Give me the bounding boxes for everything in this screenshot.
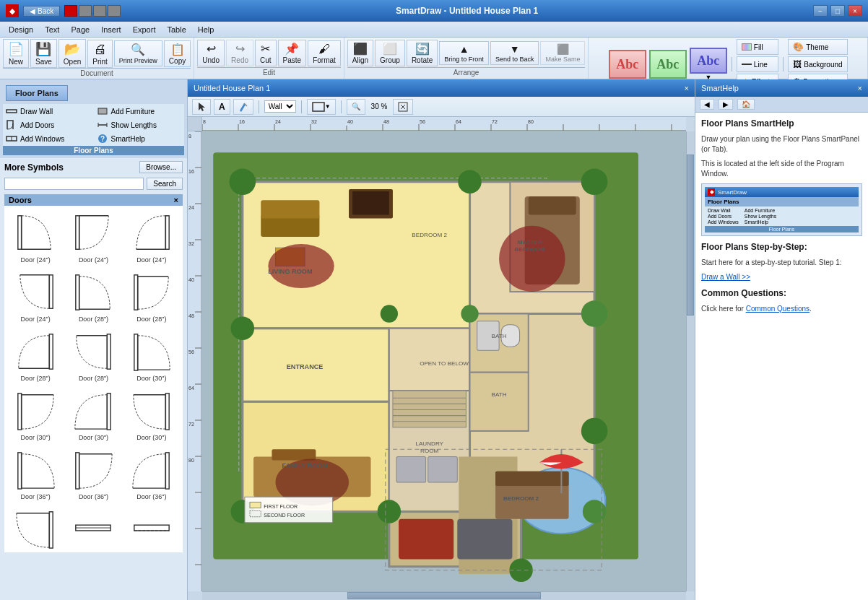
save-button[interactable]: 💾 Save (30, 39, 57, 68)
paint-tool-button[interactable] (233, 99, 253, 115)
floor-plans-tab[interactable]: Floor Plans (6, 85, 68, 101)
search-button[interactable]: Search (147, 178, 183, 190)
smarthelp-tool[interactable]: ? SmartHelp (97, 133, 182, 144)
wall-selector[interactable]: Wall (264, 100, 296, 113)
search-input[interactable] (4, 178, 144, 190)
show-lengths-tool[interactable]: Show Lengths (97, 119, 182, 131)
common-questions-link[interactable]: Common Questions (746, 305, 810, 313)
menu-design[interactable]: Design (3, 24, 39, 35)
menu-text[interactable]: Text (39, 24, 65, 35)
format-button[interactable]: 🖌 Format (308, 40, 341, 66)
group-button[interactable]: ⬜ Group (375, 40, 405, 66)
common-questions-text: Click here for Common Questions. (701, 304, 862, 314)
print-preview-button[interactable]: 🔍 Print Preview (114, 40, 162, 66)
fit-page-button[interactable] (393, 99, 413, 115)
make-same-button[interactable]: ⬛ Make Same (540, 41, 585, 65)
line-button[interactable]: Line (737, 56, 778, 72)
print-button[interactable]: 🖨 Print (87, 40, 113, 68)
symbol-label: Door (24") (21, 256, 51, 264)
shape-selector[interactable]: ▼ (307, 99, 336, 115)
style-3-button[interactable]: Abc (690, 48, 727, 74)
text-tool-button[interactable]: A (214, 99, 230, 115)
list-item[interactable]: Door (36") (65, 445, 121, 503)
draw-wall-tool[interactable]: Draw Wall (6, 105, 91, 117)
bring-to-front-button[interactable]: ▲ Bring to Front (439, 41, 489, 65)
svg-text:LIVING ROOM: LIVING ROOM (268, 268, 312, 275)
align-button[interactable]: ⬛ Align (347, 40, 373, 66)
cut-button[interactable]: ✂ Cut (255, 40, 277, 66)
list-item[interactable]: Door (28") (65, 268, 121, 326)
list-item[interactable]: 48" Wall Open... (123, 505, 180, 552)
smarthelp-back-button[interactable]: ◀ (700, 99, 714, 110)
open-button[interactable]: 📂 Open (58, 39, 86, 68)
app-logo: ◆ (6, 4, 19, 17)
maximize-button[interactable]: □ (830, 5, 845, 17)
pointer-tool-button[interactable] (192, 99, 211, 115)
list-item[interactable]: 48" Wall Open... (65, 505, 121, 552)
list-item[interactable]: Door (30") (123, 386, 180, 444)
scrollbar-vertical[interactable] (686, 131, 695, 591)
undo-button[interactable]: ↩ Undo (197, 40, 225, 66)
add-doors-tool[interactable]: Add Doors (6, 119, 91, 131)
close-button[interactable]: × (848, 5, 862, 17)
add-furniture-tool[interactable]: Add Furniture (97, 105, 182, 117)
print-icon: 🖨 (94, 42, 107, 57)
style-2-button[interactable]: Abc (649, 50, 687, 79)
list-item[interactable]: Door (28") (123, 268, 180, 326)
smarthelp-home-button[interactable]: 🏠 (737, 99, 755, 110)
svg-text:24: 24 (188, 205, 194, 210)
smarthelp-close-icon[interactable]: × (858, 84, 862, 92)
list-item[interactable]: Door (28") (65, 327, 121, 385)
list-item[interactable]: Door (28") (7, 327, 64, 385)
list-item[interactable]: Door (30") (123, 327, 180, 385)
browse-button[interactable]: Browse... (139, 161, 183, 173)
add-windows-tool[interactable]: Add Windows (6, 133, 91, 144)
rotate-button[interactable]: 🔄 Rotate (407, 40, 438, 66)
redo-button[interactable]: ↪ Redo (226, 40, 253, 66)
fill-button[interactable]: Fill (737, 39, 778, 55)
svg-rect-17 (134, 334, 138, 370)
category-close-icon[interactable]: × (174, 196, 178, 204)
menu-page[interactable]: Page (65, 24, 95, 35)
menu-insert[interactable]: Insert (95, 24, 127, 35)
style-1-button[interactable]: Abc (609, 50, 646, 79)
zoom-out-button[interactable]: 🔍 (347, 99, 365, 115)
list-item[interactable]: Door (24") (65, 209, 121, 266)
list-item[interactable]: Door (24") (123, 209, 180, 266)
svg-text:24: 24 (275, 119, 281, 124)
icon3 (93, 5, 106, 17)
menu-table[interactable]: Table (161, 24, 191, 35)
symbol-label: Door (30") (79, 434, 108, 441)
scrollbar-v-thumb[interactable] (687, 155, 694, 316)
floor-plan-canvas[interactable]: FIRST FLOOR SECOND FLOOR LIVING ROOM ENT… (202, 131, 686, 591)
canvas-close-icon[interactable]: × (685, 84, 689, 92)
toolbar-icons (64, 5, 121, 17)
list-item[interactable]: Door (30") (7, 386, 64, 444)
list-item[interactable]: Door (24") (7, 268, 64, 326)
list-item[interactable]: Door (36") (7, 505, 64, 552)
paste-button[interactable]: 📌 Paste (278, 40, 307, 66)
list-item[interactable]: Door (24") (7, 209, 64, 266)
list-item[interactable]: Door (30") (65, 386, 121, 444)
symbols-header: More Symbols Browse... (4, 161, 183, 173)
scrollbar-horizontal[interactable] (202, 591, 686, 600)
list-item[interactable]: Door (36") (123, 445, 180, 503)
smarthelp-forward-button[interactable]: ▶ (719, 99, 733, 110)
menu-export[interactable]: Export (127, 24, 162, 35)
svg-point-117 (461, 305, 478, 322)
svg-rect-145 (245, 497, 333, 523)
svg-text:LAUNDRY: LAUNDRY (415, 440, 443, 447)
list-item[interactable]: Door (36") (7, 445, 64, 503)
theme-button[interactable]: 🎨 Theme (788, 39, 847, 55)
back-button[interactable]: ◀ Back (23, 6, 60, 17)
copy-button[interactable]: 📋 Copy (164, 40, 191, 67)
scrollbar-h-thumb[interactable] (347, 592, 541, 599)
minimize-button[interactable]: − (813, 5, 828, 17)
send-to-back-button[interactable]: ▼ Send to Back (490, 41, 539, 65)
svg-rect-123 (352, 191, 389, 214)
draw-wall-link[interactable]: Draw a Wall >> (701, 273, 750, 281)
menu-help[interactable]: Help (192, 24, 220, 35)
left-panel: Floor Plans Draw Wall Add Furniture (0, 79, 188, 600)
new-button[interactable]: 📄 New (3, 39, 29, 68)
background-button[interactable]: 🖼 Background (788, 56, 847, 72)
